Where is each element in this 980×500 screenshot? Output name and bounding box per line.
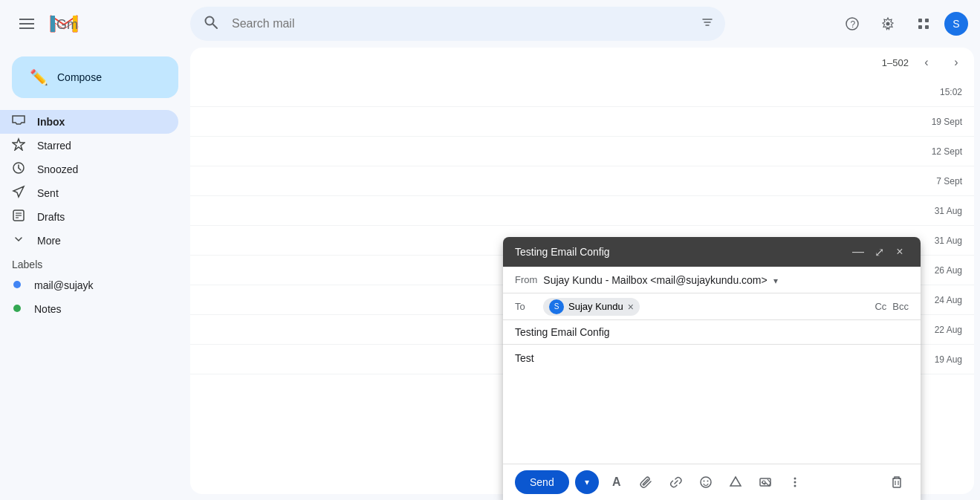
svg-rect-12 [925, 19, 929, 22]
minimize-button[interactable]: — [849, 243, 867, 261]
compose-header: Testing Email Config — ⤢ × [503, 237, 921, 267]
svg-rect-2 [19, 27, 34, 29]
search-input[interactable] [190, 7, 725, 41]
compose-label: Compose [57, 71, 102, 83]
subject-field [503, 320, 921, 345]
send-arrow-button[interactable]: ▾ [575, 470, 599, 494]
compose-dialog-title: Testing Email Config [515, 246, 849, 258]
recipient-chip[interactable]: S Sujay Kundu × [543, 298, 640, 316]
close-button[interactable]: × [891, 243, 909, 261]
email-date: 19 Aug [935, 354, 962, 365]
compose-header-buttons: — ⤢ × [849, 243, 909, 261]
search-options-icon[interactable] [700, 15, 715, 33]
email-row[interactable]: 19 Sept [190, 107, 974, 137]
send-button[interactable]: Send [515, 470, 569, 494]
svg-point-34 [794, 485, 796, 487]
compose-button[interactable]: ✏️ Compose [12, 56, 178, 98]
chip-remove-button[interactable]: × [628, 301, 634, 313]
email-row[interactable]: 15:02 [190, 77, 974, 107]
delete-draft-button[interactable] [885, 470, 909, 494]
apps-button[interactable] [909, 9, 938, 39]
compose-icon: ✏️ [30, 68, 48, 86]
to-field-actions: Cc Bcc [874, 301, 909, 312]
sidebar: ✏️ Compose Inbox Starred Snoozed S [0, 48, 190, 500]
topbar: Gmail ? S [0, 0, 980, 48]
label-icon-notes [12, 302, 22, 317]
attach-button[interactable] [635, 470, 658, 494]
svg-point-28 [707, 481, 708, 482]
sidebar-item-snoozed[interactable]: Snoozed [0, 158, 178, 181]
compose-body-text: Test [515, 351, 909, 366]
email-date: 22 Aug [935, 325, 962, 335]
svg-point-23 [13, 281, 21, 288]
to-label: To [515, 301, 537, 312]
formatting-button[interactable]: A [605, 470, 629, 494]
photo-button[interactable] [753, 470, 777, 494]
email-row[interactable]: 31 Aug [190, 196, 974, 226]
sidebar-item-label-mail-sujay: mail@sujayk [34, 279, 166, 291]
sidebar-item-label-notes: Notes [34, 303, 166, 315]
next-page-button[interactable]: › [944, 51, 968, 74]
sidebar-item-starred[interactable]: Starred [0, 134, 178, 158]
settings-button[interactable] [873, 9, 903, 39]
more-options-button[interactable] [783, 470, 807, 494]
svg-rect-0 [19, 19, 34, 20]
sidebar-item-more[interactable]: More [0, 229, 178, 253]
sidebar-item-sent[interactable]: Sent [0, 181, 178, 205]
labels-heading: Labels [0, 253, 190, 273]
from-label: From [515, 274, 537, 285]
avatar[interactable]: S [944, 12, 968, 36]
svg-rect-11 [918, 19, 922, 22]
sidebar-item-notes[interactable]: Notes [0, 297, 178, 321]
starred-icon [12, 137, 25, 155]
svg-point-10 [886, 22, 890, 26]
label-icon-mail [12, 278, 22, 293]
email-date: 19 Sept [932, 117, 962, 127]
sidebar-item-drafts[interactable]: Drafts [0, 205, 178, 229]
topbar-right: ? S [837, 9, 968, 39]
emoji-button[interactable] [694, 470, 718, 494]
from-dropdown-icon[interactable]: ▾ [773, 276, 778, 286]
sidebar-item-inbox[interactable]: Inbox [0, 110, 178, 134]
subject-input[interactable] [515, 323, 909, 341]
svg-point-33 [794, 481, 796, 484]
email-row[interactable]: 7 Sept [190, 166, 974, 196]
drive-button[interactable] [724, 470, 747, 494]
sidebar-item-label-snoozed: Snoozed [37, 163, 166, 175]
email-date: 12 Sept [932, 146, 962, 157]
svg-rect-13 [918, 25, 922, 29]
svg-line-25 [675, 481, 678, 484]
svg-rect-1 [19, 23, 34, 25]
drafts-icon [12, 209, 25, 226]
cc-button[interactable]: Cc [874, 301, 886, 312]
svg-marker-29 [730, 477, 741, 486]
sidebar-item-label-drafts: Drafts [37, 211, 166, 223]
compose-toolbar: Send ▾ A [503, 464, 921, 500]
hamburger-menu-button[interactable] [12, 9, 42, 39]
help-button[interactable]: ? [837, 9, 867, 39]
pagination-range: 1–502 [882, 57, 909, 68]
to-field: To S Sujay Kundu × Cc Bcc [503, 293, 921, 320]
prev-page-button[interactable]: ‹ [915, 51, 938, 74]
compose-dialog: Testing Email Config — ⤢ × From Sujay Ku… [503, 237, 921, 500]
email-date: 26 Aug [935, 265, 962, 276]
svg-rect-14 [925, 25, 929, 29]
email-date: 15:02 [940, 87, 962, 97]
bcc-button[interactable]: Bcc [892, 301, 909, 312]
topbar-left: Gmail [12, 9, 175, 39]
compose-body[interactable]: Test [503, 345, 921, 464]
svg-text:Gmail: Gmail [56, 17, 79, 32]
link-button[interactable] [664, 470, 688, 494]
email-date: 31 Aug [935, 206, 962, 216]
popout-button[interactable]: ⤢ [870, 243, 888, 261]
svg-line-18 [19, 168, 21, 170]
from-field: From Sujay Kundu - Mailbox <mail@sujayku… [503, 267, 921, 293]
sidebar-item-mail-sujay[interactable]: mail@sujayk [0, 273, 178, 297]
email-date: 24 Aug [935, 295, 962, 305]
email-date: 7 Sept [936, 176, 962, 186]
sidebar-item-label-inbox: Inbox [37, 116, 166, 128]
recipient-name: Sujay Kundu [568, 301, 623, 312]
email-row[interactable]: 12 Sept [190, 137, 974, 166]
more-icon [12, 233, 25, 250]
sidebar-item-label-more: More [37, 235, 166, 247]
